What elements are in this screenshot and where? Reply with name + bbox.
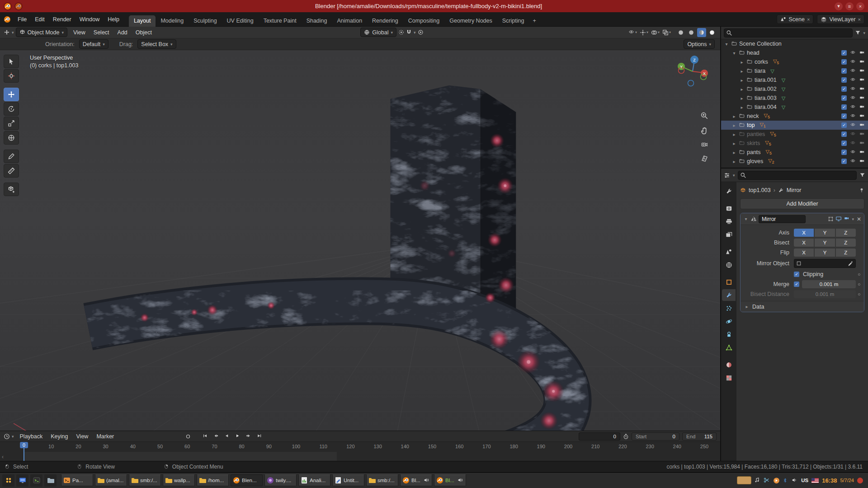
disable-render-toggle-icon[interactable] [859, 96, 865, 101]
outliner-row-gloves[interactable]: ▸gloves▽2✓ [721, 157, 868, 166]
timeline-menu-keying[interactable]: Keying [47, 432, 72, 441]
exclude-checkbox[interactable]: ✓ [841, 141, 847, 146]
breadcrumb-item[interactable]: Mirror [787, 187, 802, 193]
hide-viewport-toggle-icon[interactable] [849, 69, 856, 74]
hide-viewport-toggle-icon[interactable] [849, 51, 856, 56]
disclosure-icon[interactable]: ▸ [731, 123, 737, 128]
visibility-icon[interactable] [628, 30, 635, 35]
xray-icon[interactable] [662, 29, 669, 36]
menu-help[interactable]: Help [104, 15, 123, 24]
flip-x-button[interactable]: X [794, 249, 814, 257]
bisect-y-button[interactable]: Y [815, 239, 835, 247]
axis-x-button[interactable]: X [794, 229, 814, 237]
orientation-dropdown[interactable]: Global ▾ [360, 28, 396, 37]
exclude-checkbox[interactable]: ✓ [841, 77, 847, 83]
viewport-menu-select[interactable]: Select [90, 28, 113, 37]
transform-orientation-dropdown[interactable]: Default ▾ [79, 39, 108, 49]
disclosure-icon[interactable]: ▾ [731, 51, 737, 56]
current-frame-field[interactable]: 0 [579, 432, 620, 441]
volume-icon[interactable] [792, 478, 798, 483]
modifier-panel-header[interactable]: ▾ Mirror ▾ ✕ [741, 213, 864, 225]
properties-tab-texture[interactable] [722, 372, 736, 384]
timeline-menu-view[interactable]: View [72, 432, 93, 441]
shading-wireframe-button[interactable] [676, 28, 685, 37]
band-object[interactable] [88, 301, 568, 431]
outliner-row-corks[interactable]: ▸corks▽5✓ [721, 57, 868, 66]
pivot-point-icon[interactable] [398, 29, 404, 35]
logout-button[interactable] [857, 478, 863, 483]
outliner-options-chevron-icon[interactable]: ▾ [863, 31, 865, 35]
disclosure-icon[interactable]: ▸ [739, 96, 745, 101]
taskbar-window-3[interactable]: wallp... [163, 474, 195, 486]
outliner-row-tiara-001[interactable]: ▸tiara.001▽✓ [721, 75, 868, 84]
properties-tab-physics[interactable] [722, 315, 736, 327]
properties-tab-tool[interactable] [722, 185, 736, 197]
hide-viewport-toggle-icon[interactable] [849, 123, 856, 128]
editor-type-chevron-icon[interactable]: ▾ [12, 30, 14, 35]
taskbar-window-5[interactable]: Blen... [231, 474, 263, 486]
hide-viewport-toggle-icon[interactable] [849, 141, 856, 146]
taskbar-window-11[interactable]: Bl... [434, 474, 466, 486]
editor-type-icon[interactable] [4, 29, 10, 36]
overlays-icon[interactable] [651, 29, 657, 36]
properties-tab-output[interactable] [722, 216, 736, 227]
outliner-row-top[interactable]: ▸top▽1✓ [721, 121, 868, 130]
disclosure-icon[interactable]: ▸ [739, 87, 745, 92]
timeline-menu-playback[interactable]: Playback [16, 432, 47, 441]
timeline-ruler[interactable]: 0102030405060708090100110120130140150160… [0, 442, 720, 461]
properties-tab-scene[interactable] [722, 246, 736, 258]
workspace-tab-sculpting[interactable]: Sculpting [189, 15, 222, 27]
timeline-editor-icon[interactable] [4, 433, 10, 440]
add-cube-tool-button[interactable] [4, 183, 19, 196]
disable-render-toggle-icon[interactable] [859, 132, 865, 137]
data-subpanel-header[interactable]: ▸ Data [741, 301, 864, 312]
modifier-extras-chevron-icon[interactable]: ▾ [852, 217, 854, 221]
hide-viewport-toggle-icon[interactable] [849, 150, 856, 155]
properties-tab-material[interactable] [722, 359, 736, 371]
workspace-tab-shading[interactable]: Shading [302, 15, 332, 27]
hide-viewport-toggle-icon[interactable] [849, 78, 856, 83]
shading-material-preview-button[interactable] [697, 28, 706, 37]
properties-tab-object-data[interactable] [722, 342, 736, 353]
jump-end-button[interactable] [255, 432, 264, 441]
jump-start-button[interactable] [200, 432, 210, 441]
filter-icon[interactable] [855, 30, 861, 36]
hide-viewport-toggle-icon[interactable] [849, 132, 856, 137]
modifier-delete-icon[interactable]: ✕ [857, 216, 861, 222]
disable-render-toggle-icon[interactable] [859, 87, 865, 92]
exclude-checkbox[interactable]: ✓ [841, 131, 847, 137]
menu-file[interactable]: File [14, 15, 31, 24]
menu-window[interactable]: Window [75, 15, 104, 24]
disclosure-icon[interactable]: ▸ [739, 105, 745, 110]
timeline-overflow-icon[interactable]: ‹ [2, 454, 4, 460]
exclude-checkbox[interactable]: ✓ [841, 159, 847, 164]
properties-tab-constraints[interactable] [722, 328, 736, 340]
gizmo-z-label[interactable]: Z [693, 58, 696, 62]
taskbar-window-2[interactable]: smb:/... [129, 474, 161, 486]
outliner-row-tiara-004[interactable]: ▸tiara.004▽✓ [721, 103, 868, 112]
merge-checkbox[interactable]: ✓ [794, 282, 799, 287]
terminal-launcher[interactable] [30, 474, 42, 487]
scene-unlink-icon[interactable]: × [807, 17, 810, 22]
tray-date[interactable]: 5/7/24 [840, 478, 854, 483]
menu-edit[interactable]: Edit [31, 15, 49, 24]
taskbar-window-6[interactable]: twily.... [264, 474, 297, 486]
exclude-checkbox[interactable]: ✓ [841, 122, 847, 128]
visibility-chevron-icon[interactable]: ▾ [635, 30, 637, 34]
properties-tab-world[interactable] [722, 259, 736, 271]
disable-render-toggle-icon[interactable] [859, 159, 865, 164]
disclosure-icon[interactable]: ▾ [724, 42, 729, 47]
transform-tool-button[interactable] [4, 131, 19, 145]
outliner-row-tiara-003[interactable]: ▸tiara.003▽✓ [721, 94, 868, 103]
disable-render-toggle-icon[interactable] [859, 69, 865, 74]
shading-rendered-button[interactable] [708, 28, 717, 37]
outliner-row-scene-collection[interactable]: ▾ Scene Collection [721, 39, 868, 48]
scale-tool-button[interactable] [4, 117, 19, 130]
render-display-icon[interactable] [844, 216, 850, 221]
play-reverse-button[interactable] [222, 432, 232, 441]
taskbar-window-1[interactable]: (amal... [95, 474, 127, 486]
timeline-editor-chevron-icon[interactable]: ▾ [12, 434, 14, 439]
workspace-tab-compositing[interactable]: Compositing [403, 15, 444, 27]
exclude-checkbox[interactable]: ✓ [841, 113, 847, 119]
exclude-checkbox[interactable]: ✓ [841, 59, 847, 65]
